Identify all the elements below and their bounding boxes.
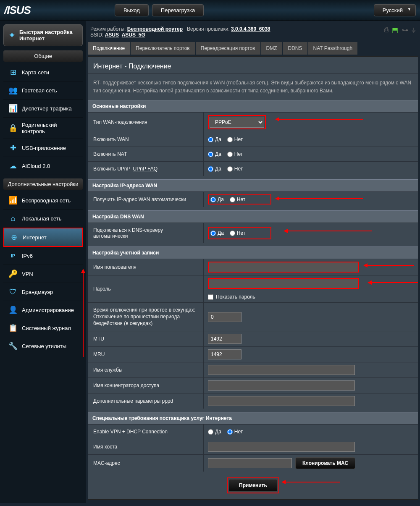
tab-dmz[interactable]: DMZ: [261, 42, 282, 55]
label-enable-nat: Включить NAT: [88, 147, 204, 161]
internet-status-icon[interactable]: ⏚: [412, 26, 416, 34]
label-idle: Время отключения при простое в секундах:…: [88, 303, 204, 331]
mode-link[interactable]: Беспроводной роутер: [127, 26, 183, 32]
concentrator-input[interactable]: [208, 380, 355, 391]
tab-port-forward[interactable]: Переадресация портов: [196, 42, 260, 55]
wan-type-select[interactable]: PPPoE: [210, 117, 264, 128]
tab-ddns[interactable]: DDNS: [283, 42, 307, 55]
vpn-dhcp-no[interactable]: Нет: [227, 429, 243, 435]
service-input[interactable]: [208, 365, 355, 375]
mac-input[interactable]: [208, 458, 292, 468]
label-concentrator: Имя концентратора доступа: [88, 378, 204, 393]
annotation-arrow: [286, 482, 340, 482]
auto-ip-no[interactable]: Нет: [230, 197, 245, 202]
mru-input[interactable]: [208, 349, 242, 359]
printer-icon[interactable]: ⎙: [384, 26, 388, 34]
asus-logo: /ISUS: [4, 4, 31, 17]
sidebar-item-firewall[interactable]: 🛡Брандмауэр: [3, 283, 83, 301]
sidebar-item-internet[interactable]: ⊕Интернет: [3, 228, 83, 247]
fw-link[interactable]: 3.0.0.4.380_6038: [231, 26, 270, 32]
ipv6-icon: IP: [8, 251, 18, 260]
annotation-arrow: [368, 265, 414, 266]
label-wan-type: Тип WAN-подключения: [88, 113, 204, 132]
plugin-icon: ✚: [8, 143, 18, 152]
sidebar-item-traffic-manager[interactable]: 📊Диспетчер трафика: [3, 100, 83, 118]
logout-button[interactable]: Выход: [115, 4, 149, 16]
section-wanip: Настройка IP-адреса WAN: [88, 179, 418, 191]
annotation-arrow: [279, 198, 363, 199]
reboot-button[interactable]: Перезагрузка: [152, 4, 204, 16]
label-password: Пароль: [88, 275, 204, 302]
show-password-label: Показать пароль: [216, 294, 255, 300]
enable-upnp-yes[interactable]: Да: [208, 166, 221, 172]
annotation-arrow: [83, 273, 84, 357]
sidebar-item-ipv6[interactable]: IPIPv6: [3, 247, 83, 265]
sidebar-item-nettools[interactable]: 🔧Сетевые утилиты: [3, 337, 83, 355]
info-text: Режим работы: Беспроводной роутер Версия…: [90, 26, 270, 38]
enable-nat-yes[interactable]: Да: [208, 151, 221, 157]
annotation-arrow: [372, 282, 418, 283]
label-service: Имя службы: [88, 362, 204, 378]
section-basic: Основные настройки: [88, 100, 418, 112]
auto-dns-no[interactable]: Нет: [230, 230, 245, 236]
annotation-arrow: [279, 119, 363, 120]
idle-input[interactable]: [208, 312, 242, 322]
enable-wan-no[interactable]: Нет: [227, 136, 243, 142]
sidebar-item-admin[interactable]: 👤Администрирование: [3, 301, 83, 319]
sidebar-item-syslog[interactable]: 📋Системный журнал: [3, 319, 83, 337]
section-isp: Специальные требования поставщика услуг …: [88, 412, 418, 424]
enable-upnp-no[interactable]: Нет: [227, 166, 243, 172]
tab-port-trigger[interactable]: Переключатель портов: [131, 42, 195, 55]
shield-icon: 🛡: [8, 287, 18, 296]
label-mru: MRU: [88, 347, 204, 362]
label-mac: MAC-адрес: [88, 455, 204, 472]
wifi-icon: 📶: [8, 196, 18, 205]
auto-ip-yes[interactable]: Да: [210, 197, 224, 202]
label-enable-upnp: Включить UPnPUPnP FAQ: [88, 162, 204, 176]
sidebar-item-network-map[interactable]: ⊞Карта сети: [3, 63, 83, 81]
traffic-icon: 📊: [8, 104, 18, 113]
vpn-dhcp-yes[interactable]: Да: [208, 429, 221, 435]
enable-wan-yes[interactable]: Да: [208, 136, 221, 142]
admin-icon: 👤: [8, 305, 18, 315]
quick-setup-button[interactable]: ✦ Быстрая настройка Интернет: [3, 24, 83, 46]
pppd-input[interactable]: [208, 396, 355, 406]
tab-nat[interactable]: NAT Passthrough: [308, 42, 358, 55]
status-icons: ⎙ ⬒ ⊶ ⏚: [384, 26, 416, 34]
sidebar-item-lan[interactable]: ⌂Локальная сеть: [3, 210, 83, 228]
ssid2-link[interactable]: ASUS_5G: [122, 32, 145, 38]
sidebar-item-vpn[interactable]: 🔑VPN: [3, 265, 83, 283]
usb-icon[interactable]: ⊶: [402, 26, 408, 34]
home-icon: ⌂: [8, 214, 18, 223]
enable-nat-no[interactable]: Нет: [227, 151, 243, 157]
sidebar-item-wireless[interactable]: 📶Беспроводная сеть: [3, 191, 83, 210]
ssid1-link[interactable]: ASUS: [105, 32, 119, 38]
username-input[interactable]: [208, 262, 359, 273]
apply-button[interactable]: Применить: [228, 479, 278, 492]
mtu-input[interactable]: [208, 334, 242, 344]
tab-connection[interactable]: Подключение: [88, 42, 130, 55]
hostname-input[interactable]: [208, 442, 355, 452]
language-select[interactable]: Русский: [374, 4, 416, 16]
cloud-icon: ☁: [8, 161, 18, 170]
label-mtu: MTU: [88, 331, 204, 346]
sidebar-item-guest-network[interactable]: 👥Гостевая сеть: [3, 81, 83, 100]
page-description: RT- поддерживает несколько типов подключ…: [88, 74, 418, 100]
page-title: Интернет - Подключение: [88, 57, 418, 74]
password-input[interactable]: [208, 278, 359, 289]
sidebar-item-aicloud[interactable]: ☁AiCloud 2.0: [3, 157, 83, 175]
upnp-faq-link[interactable]: UPnP FAQ: [133, 166, 158, 172]
show-password-checkbox[interactable]: [208, 294, 213, 300]
clone-mac-button[interactable]: Клонировать MAC: [295, 457, 355, 469]
wand-icon: ✦: [9, 31, 15, 40]
label-vpn-dhcp: Enable VPN + DHCP Connection: [88, 425, 204, 439]
section-account: Настройка учетной записи: [88, 246, 418, 259]
lock-icon: 🔒: [8, 123, 18, 133]
key-icon: 🔑: [8, 269, 18, 278]
globe-icon: ⊕: [9, 233, 18, 242]
sidebar-item-parental[interactable]: 🔒Родительский контроль: [3, 118, 83, 139]
auto-dns-yes[interactable]: Да: [210, 230, 224, 236]
sidebar-item-usb-app[interactable]: ✚USB-приложение: [3, 139, 83, 157]
wan-status-icon[interactable]: ⬒: [392, 26, 398, 34]
section-dns: Настройка DNS WAN: [88, 210, 418, 223]
